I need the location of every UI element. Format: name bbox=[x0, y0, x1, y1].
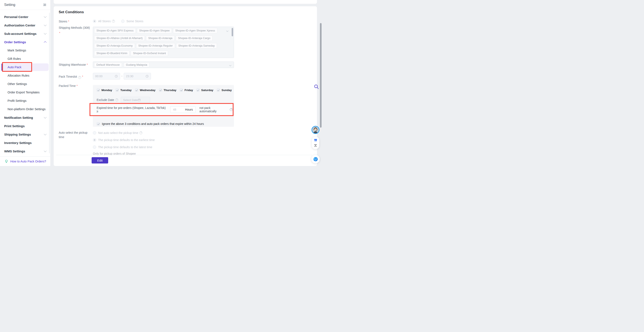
shipping-method-tag: Shopee-ID-Agen Shopee Xpress bbox=[173, 28, 217, 33]
day-checkbox-tuesday[interactable]: Tuesday bbox=[116, 89, 132, 92]
sidebar-item-label: Authorization Center bbox=[4, 24, 35, 27]
checkbox-icon bbox=[217, 89, 220, 92]
edit-button[interactable]: Edit bbox=[92, 157, 108, 163]
sidebar-item-auto-pack[interactable]: Auto Pack bbox=[0, 63, 50, 71]
active-indicator bbox=[2, 64, 2, 71]
expired-hours-unit: Hours bbox=[185, 108, 193, 111]
page-title: Set Conditions bbox=[59, 10, 84, 14]
day-checkbox-monday[interactable]: Monday bbox=[97, 89, 112, 92]
stores-option-all-stores[interactable]: All Stores? bbox=[93, 20, 115, 23]
calendar-icon bbox=[138, 98, 141, 101]
sidebar-item-personal-center[interactable]: Personal Center bbox=[0, 13, 50, 21]
sidebar-item-sub-account-settings[interactable]: Sub-account Settings bbox=[0, 29, 50, 38]
shipping-method-tag: Shopee-ID-Bluebird Kirim bbox=[94, 51, 130, 56]
zoom-search-icon[interactable] bbox=[314, 84, 319, 90]
pickup-option-the-pickup-time-defaults-to-the-earliest-time[interactable]: The pickup time defaults to the earliest… bbox=[93, 138, 155, 142]
radio-label: All Stores bbox=[98, 20, 111, 23]
help-icon[interactable]: ? bbox=[140, 131, 142, 134]
day-checkbox-friday[interactable]: Friday bbox=[180, 89, 193, 92]
select-scrollbar-thumb[interactable] bbox=[232, 28, 233, 36]
day-checkbox-saturday[interactable]: Saturday bbox=[196, 89, 214, 92]
sidebar-item-authorization-center[interactable]: Authorization Center bbox=[0, 21, 50, 29]
day-checkbox-wednesday[interactable]: Wednesday bbox=[135, 89, 156, 92]
radio-icon bbox=[93, 138, 96, 142]
day-label: Sunday bbox=[222, 89, 232, 92]
announcement-board-icon[interactable] bbox=[314, 138, 318, 142]
lightbulb-icon bbox=[4, 159, 8, 163]
chevron-down-icon bbox=[229, 64, 232, 68]
sidebar-item-label: Print Settings bbox=[4, 124, 25, 128]
help-link[interactable]: How to Auto Pack Orders? bbox=[10, 160, 46, 163]
day-label: Wednesday bbox=[140, 89, 156, 92]
packed-time-label: Packed Time* bbox=[59, 84, 93, 88]
shipping-method-tag: Shopee-ID-Anteraja Cargo bbox=[176, 36, 212, 41]
clock-icon bbox=[115, 75, 118, 78]
sidebar-item-notification-setting[interactable]: Notification Setting bbox=[0, 113, 50, 122]
pickup-option-not-auto-select-the-pickup-time[interactable]: Not auto select the pickup time? bbox=[93, 131, 155, 135]
sidebar-item-allocation-rules[interactable]: Allocation Rules bbox=[0, 71, 50, 80]
radio-label: The pickup time defaults to the earliest… bbox=[98, 138, 155, 142]
radio-icon bbox=[93, 131, 96, 135]
day-checkbox-sunday[interactable]: Sunday bbox=[217, 89, 232, 92]
required-mark: * bbox=[76, 84, 78, 88]
sidebar-item-gift-rules[interactable]: Gift Rules bbox=[0, 55, 50, 63]
pickup-option-the-pickup-time-defaults-to-the-latest-time[interactable]: The pickup time defaults to the latest t… bbox=[93, 145, 155, 149]
shipping-method-tag: Shopee-ID-Agen Shopee bbox=[137, 28, 172, 33]
sidebar-collapse-icon[interactable] bbox=[43, 3, 46, 7]
timeslot-start-input[interactable]: 00:00 bbox=[93, 73, 120, 80]
sidebar-item-non-platform-order-settings[interactable]: Non-platform Order Settings bbox=[0, 105, 50, 113]
sidebar-item-shipping-settings[interactable]: Shipping Settings bbox=[0, 130, 50, 139]
checkbox-icon bbox=[159, 89, 162, 92]
sidebar-scrollbar-track[interactable] bbox=[49, 13, 50, 153]
customer-service-chat-icon[interactable] bbox=[311, 155, 320, 163]
shipping-warehouse-select[interactable]: Default WarehouseGudang Malaysia bbox=[93, 62, 234, 68]
sidebar-item-order-settings[interactable]: Order Settings bbox=[0, 38, 50, 46]
support-agent-avatar[interactable] bbox=[312, 126, 320, 134]
stores-option-some-stores[interactable]: Some Stores bbox=[121, 20, 144, 23]
sidebar-item-label: Order Export Templates bbox=[8, 91, 40, 94]
sidebar-item-label: Gift Rules bbox=[8, 57, 21, 61]
floating-toolbar bbox=[312, 137, 319, 149]
chevron-down-icon bbox=[44, 15, 46, 18]
help-icon[interactable]: ? bbox=[78, 76, 81, 79]
sidebar-item-label: Sub-account Settings bbox=[4, 32, 36, 36]
chevron-down-icon bbox=[44, 24, 46, 26]
expired-hours-input[interactable]: 48 Hours bbox=[170, 106, 196, 113]
sidebar-item-other-settings[interactable]: Other Settings bbox=[0, 80, 50, 88]
pickup-time-label: Auto select the pickup time bbox=[59, 131, 93, 139]
radio-label: The pickup time defaults to the latest t… bbox=[98, 145, 152, 149]
shipping-methods-select[interactable]: Shopee-ID-Agen SPX ExpressShopee-ID-Agen… bbox=[93, 27, 234, 58]
help-icon[interactable]: ? bbox=[230, 108, 233, 111]
help-icon[interactable]: ? bbox=[115, 98, 118, 101]
chevron-down-icon bbox=[44, 149, 46, 152]
checkbox-icon bbox=[180, 89, 183, 92]
packed-days-group: MondayTuesdayWednesdayThursdayFridaySatu… bbox=[97, 87, 232, 93]
sidebar-item-label: Notification Setting bbox=[4, 116, 33, 119]
sidebar-item-label: Allocation Rules bbox=[8, 74, 29, 77]
chevron-down-icon bbox=[226, 30, 229, 33]
sidebar-item-label: Auto Pack bbox=[8, 66, 22, 69]
exclude-date-input[interactable]: Select Date bbox=[121, 97, 150, 103]
sidebar-item-order-export-templates[interactable]: Order Export Templates bbox=[0, 88, 50, 97]
form-divider bbox=[56, 155, 312, 155]
required-mark: * bbox=[86, 63, 88, 66]
page-scrollbar[interactable] bbox=[320, 23, 322, 128]
help-icon[interactable]: ? bbox=[112, 20, 115, 23]
previous-card-edge bbox=[54, 0, 317, 4]
sidebar-item-wms-settings[interactable]: WMS Settings bbox=[0, 147, 50, 155]
day-checkbox-thursday[interactable]: Thursday bbox=[159, 89, 176, 92]
sidebar-title: Setting bbox=[4, 3, 15, 7]
ignore-conditions-row[interactable]: Ignore the above 3 conditions and auto p… bbox=[97, 122, 204, 126]
packed-time-panel: MondayTuesdayWednesdayThursdayFridaySatu… bbox=[93, 85, 234, 127]
time-range-separator: - bbox=[122, 74, 122, 78]
stores-label: Stores* bbox=[59, 19, 93, 24]
timeslot-end-input[interactable]: 23:30 bbox=[124, 73, 151, 80]
sidebar-item-label: Shipping Settings bbox=[4, 133, 31, 136]
sidebar-item-profit-settings[interactable]: Profit Settings bbox=[0, 97, 50, 105]
shipping-method-tag: Shopee-ID-Alfatrex (Ambil di Alfamart) bbox=[94, 36, 145, 41]
sidebar-item-label: Other Settings bbox=[8, 82, 27, 86]
sidebar-item-print-settings[interactable]: Print Settings bbox=[0, 122, 50, 130]
back-to-top-icon[interactable] bbox=[314, 144, 318, 148]
sidebar-item-mark-settings[interactable]: Mark Settings bbox=[0, 46, 50, 55]
sidebar-item-inventory-settings[interactable]: Inventory Settings bbox=[0, 139, 50, 147]
